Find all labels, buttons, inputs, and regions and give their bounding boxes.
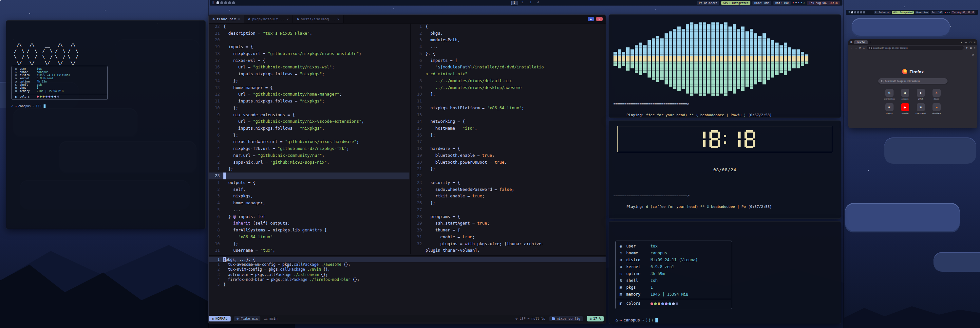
- account-icon[interactable]: ◉: [970, 46, 972, 49]
- git-branch[interactable]: ⎇ main: [264, 317, 277, 320]
- shortcut-tile[interactable]: ☁cloudflare: [929, 103, 943, 114]
- record-tray-icon[interactable]: ●: [945, 11, 946, 13]
- tag-icon[interactable]: [854, 11, 856, 13]
- editor-tab[interactable]: ❄flake.nix×: [208, 15, 244, 23]
- close-tab-icon[interactable]: ×: [337, 17, 339, 21]
- shortcut-tile[interactable]: ✶chatgpt: [882, 103, 896, 114]
- search-input[interactable]: Search with Google or enter address: [878, 78, 948, 84]
- status-badge[interactable]: P: Balanced: [697, 1, 719, 5]
- terminal-window[interactable]: /\ /\ __ /\ /\ / \ / \ / \ / \ / \ \ / \…: [6, 20, 206, 229]
- code-text: inputs.nixpkgs.follows = "nixpkgs";: [223, 71, 325, 78]
- color-dot: [51, 95, 53, 98]
- shell-prompt[interactable]: ⌂ → canopus ~ ⟩⟩⟩: [11, 105, 46, 108]
- tab-list-icon[interactable]: ∨: [961, 41, 963, 44]
- firefox-view-icon[interactable]: ▦: [850, 41, 853, 44]
- url-placeholder: Search with Google or enter address: [873, 47, 908, 49]
- tag-icon[interactable]: [863, 11, 865, 13]
- status-badge[interactable]: Home: 6ms: [915, 11, 929, 14]
- clock-widget[interactable]: Thu Aug 08, 18:18: [951, 11, 975, 14]
- shortcut-tile[interactable]: ▶youtube: [898, 103, 912, 114]
- reload-button[interactable]: ⟳: [859, 46, 861, 49]
- status-badge[interactable]: Bat: 100: [931, 11, 943, 14]
- close-tab-icon[interactable]: ×: [238, 17, 240, 21]
- shortcut-tile[interactable]: ❄search.nixos: [882, 89, 896, 100]
- editor-tab[interactable]: ❄hosts/isoImag...×: [293, 15, 344, 23]
- firefox-window[interactable]: ▦ New Tab + ∨ — ▢ × ← → ⟳ ⌂ Search with …: [848, 39, 977, 128]
- workspace-3[interactable]: 3: [528, 1, 533, 5]
- close-button[interactable]: ×: [974, 41, 975, 43]
- shortcut-tile[interactable]: ●github: [913, 89, 928, 100]
- visualizer-window[interactable]: ==================================> Play…: [609, 14, 841, 118]
- workspace-1[interactable]: 1: [511, 1, 517, 5]
- forward-button[interactable]: →: [855, 46, 858, 49]
- discord-tray-icon[interactable]: ◆: [947, 11, 948, 13]
- clock-widget[interactable]: Thu Aug 08, 18:18: [807, 1, 840, 5]
- home-button[interactable]: ⌂: [863, 46, 865, 49]
- line-number: 3: [208, 152, 223, 159]
- browser-tab[interactable]: New Tab: [854, 40, 868, 44]
- code-text: modulesPath,: [425, 36, 460, 44]
- workspace-4[interactable]: 4: [536, 1, 541, 5]
- editor-tab[interactable]: ❄pkgs/default...×: [244, 15, 293, 23]
- file-chip[interactable]: ❄ flake.nix: [234, 316, 260, 321]
- telegram-tray-icon[interactable]: ◆: [948, 11, 950, 13]
- code-line: 22: [411, 173, 606, 179]
- discord-tray-icon[interactable]: ◆: [798, 2, 799, 4]
- tag-icon[interactable]: [224, 1, 227, 4]
- code-text: ];: [223, 241, 238, 247]
- status-badge[interactable]: P: Balanced: [874, 11, 891, 14]
- status-badge[interactable]: GPU: Integrated: [892, 11, 914, 14]
- personalize-gear-icon[interactable]: ⚙: [972, 53, 974, 56]
- menu-icon[interactable]: ≡: [974, 46, 975, 49]
- code-pane-iso[interactable]: 1{2 pkgs,3 modulesPath,4 ...5}: {6 impor…: [410, 23, 606, 254]
- tag-icon[interactable]: [216, 1, 219, 4]
- shortcut-tile[interactable]: aamazon: [898, 89, 912, 100]
- menu-icon[interactable]: ⠿: [848, 11, 850, 13]
- status-badge[interactable]: Bat: 100: [773, 1, 791, 5]
- fetch-row: ⚙kernel6.9.8-zen1: [620, 263, 728, 270]
- extensions-icon[interactable]: ❖: [966, 46, 968, 49]
- shortcut-tile[interactable]: ✳claude: [929, 89, 943, 100]
- tag-icon[interactable]: [220, 1, 223, 4]
- telegram-tray-icon[interactable]: ◆: [801, 2, 802, 4]
- claude-icon: ✳: [935, 91, 938, 95]
- tag-icon[interactable]: [851, 11, 853, 13]
- close-tab-icon[interactable]: ×: [286, 17, 289, 21]
- color-dot: [676, 303, 678, 305]
- back-button[interactable]: ←: [850, 46, 853, 49]
- line-number: 8: [411, 78, 425, 84]
- line-number: 21: [411, 166, 425, 173]
- code-line: 13: [411, 112, 606, 119]
- status-badge[interactable]: GPU: Integrated: [721, 1, 750, 5]
- editor-window[interactable]: ❄flake.nix×❄pkgs/default...×❄hosts/isoIm…: [208, 14, 606, 324]
- new-tab-button[interactable]: +: [869, 41, 871, 44]
- tag-icon[interactable]: [228, 1, 231, 4]
- lsp-status[interactable]: ⚙ LSP ~ null-ls: [515, 317, 545, 320]
- chat-tray-icon[interactable]: ◉: [795, 2, 797, 4]
- color-dot: [654, 303, 657, 305]
- shell-prompt[interactable]: ⌂ → canopus ~ ⟩⟩⟩: [616, 318, 658, 322]
- url-bar[interactable]: Search with Google or enter address: [867, 46, 964, 50]
- code-pane-flake[interactable]: 22{21 description = "tux's NixOS Flake";…: [208, 23, 409, 254]
- fetch-window[interactable]: ◉usertux⌂hnamecanopus❄distroNixOS 24.11 …: [609, 221, 841, 324]
- clock-window[interactable]: 08/08/24 ===============================…: [609, 120, 841, 219]
- close-window-button[interactable]: ×: [596, 17, 603, 21]
- volume-tray-icon[interactable]: ▲: [803, 2, 805, 4]
- project-chip[interactable]: nixos-config: [549, 316, 583, 321]
- shortcut-icon: ●: [917, 89, 925, 97]
- panel-toggle-button[interactable]: ◉: [588, 17, 594, 21]
- tag-icon[interactable]: [860, 11, 862, 13]
- code-pane-pkgs[interactable]: 1{pkgs, ...}: {1 tux-awesome-wm-config =…: [208, 255, 606, 317]
- visualizer-bar: [630, 49, 634, 68]
- record-tray-icon[interactable]: ●: [793, 2, 794, 4]
- shortcut-tile[interactable]: ✶chat.openai: [913, 103, 928, 114]
- tag-icon[interactable]: [232, 1, 235, 4]
- maximize-button[interactable]: ▢: [969, 41, 972, 44]
- shortcut-icon: ✶: [885, 103, 894, 111]
- tag-icon[interactable]: [857, 11, 859, 13]
- minimize-button[interactable]: —: [965, 41, 967, 43]
- menu-icon[interactable]: ⠿: [212, 1, 215, 5]
- status-badge[interactable]: Home: 8ms: [752, 1, 772, 5]
- workspace-2[interactable]: 2: [520, 1, 525, 5]
- line-number: 20: [411, 159, 425, 166]
